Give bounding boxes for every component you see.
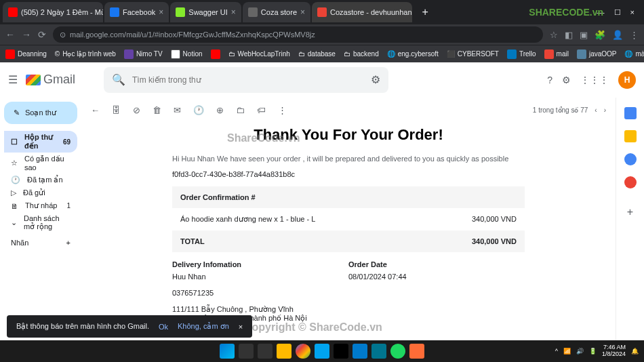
bookmark-folder[interactable]: 🗀backend bbox=[344, 50, 379, 58]
gmail-logo[interactable]: Gmail bbox=[26, 73, 75, 87]
add-label-button[interactable]: + bbox=[66, 239, 71, 247]
next-button[interactable]: › bbox=[604, 106, 606, 114]
close-icon[interactable]: × bbox=[239, 323, 243, 331]
label-icon[interactable]: 🏷 bbox=[257, 105, 266, 115]
tab-gmail[interactable]: Cozastore - devhuunhan@gm...× bbox=[312, 2, 412, 22]
start-button[interactable] bbox=[220, 344, 235, 359]
move-icon[interactable]: 🗀 bbox=[236, 105, 245, 115]
bookmark-item[interactable]: 🌐màu bbox=[624, 50, 644, 58]
addons-button[interactable]: + bbox=[627, 206, 633, 218]
menu-icon[interactable]: ☰ bbox=[8, 73, 18, 86]
tab-swagger[interactable]: Swagger UI× bbox=[170, 2, 241, 22]
extensions-button[interactable]: 🧩 bbox=[595, 30, 605, 40]
bookmark-item[interactable]: 🌐eng.cybersoft bbox=[387, 50, 439, 58]
reload-button[interactable]: ⟳ bbox=[38, 29, 46, 40]
store-icon bbox=[248, 7, 258, 17]
browser-titlebar: (505) 2 Ngày 1 Đêm - Mùa...🔇× Facebook× … bbox=[0, 0, 644, 24]
windows-taskbar: ^ 📶 🔊 🔋 7:46 AM 1/8/2024 🔔 bbox=[0, 340, 644, 362]
spam-icon[interactable]: ⊘ bbox=[133, 105, 140, 115]
bookmark-item[interactable]: Nimo TV bbox=[124, 49, 163, 59]
terminal-icon[interactable] bbox=[334, 344, 348, 359]
star-icon[interactable]: ☆ bbox=[550, 30, 558, 40]
bookmark-item[interactable]: Deanning bbox=[5, 49, 47, 59]
extension-icon[interactable]: ▣ bbox=[580, 30, 588, 40]
sidebar-starred[interactable]: ☆Có gắn dấu sao bbox=[4, 153, 77, 174]
snooze-icon[interactable]: 🕐 bbox=[193, 105, 204, 115]
bookmark-item[interactable]: mail bbox=[544, 49, 569, 59]
forward-button[interactable]: → bbox=[22, 29, 31, 40]
sidebar-drafts[interactable]: 🗎Thư nháp1 bbox=[4, 199, 77, 212]
more-icon[interactable]: ⋮ bbox=[278, 105, 287, 115]
addtask-icon[interactable]: ⊕ bbox=[216, 105, 224, 115]
order-item-row: Áo hoodie xanh dương new x 1 - blue - L … bbox=[172, 208, 525, 230]
system-tray[interactable]: ^ 📶 🔊 🔋 7:46 AM 1/8/2024 🔔 bbox=[555, 344, 639, 358]
sidebar-snoozed[interactable]: 🕐Đã tạm ẩn bbox=[4, 174, 77, 186]
close-icon[interactable]: × bbox=[300, 7, 305, 17]
new-tab-button[interactable]: + bbox=[416, 3, 434, 21]
keep-icon[interactable] bbox=[624, 130, 637, 142]
search-bar[interactable]: 🔍 ⚙ bbox=[104, 67, 388, 93]
prev-button[interactable]: ‹ bbox=[595, 106, 597, 114]
bookmark-folder[interactable]: 🗀database bbox=[298, 50, 336, 58]
volume-icon[interactable]: 🔊 bbox=[576, 348, 584, 355]
close-icon[interactable]: × bbox=[231, 7, 236, 17]
vscode-icon[interactable] bbox=[353, 344, 367, 359]
tab-youtube[interactable]: (505) 2 Ngày 1 Đêm - Mùa...🔇× bbox=[3, 2, 103, 22]
back-button[interactable]: ← bbox=[5, 29, 15, 40]
tab-facebook[interactable]: Facebook× bbox=[104, 2, 169, 22]
sidebar-inbox[interactable]: ☐Hộp thư đến69 bbox=[4, 131, 77, 153]
sidebar-more[interactable]: ⌄Danh sách mở rộng bbox=[4, 212, 77, 233]
help-icon[interactable]: ? bbox=[547, 75, 552, 85]
close-window-button[interactable]: × bbox=[630, 8, 635, 17]
clock-date: 1/8/2024 bbox=[602, 351, 626, 358]
sidebar-sent[interactable]: ▷Đã gửi bbox=[4, 186, 77, 199]
maximize-button[interactable]: ☐ bbox=[614, 8, 621, 17]
contacts-icon[interactable] bbox=[624, 176, 637, 188]
notification-text: Bật thông báo trên màn hình cho Gmail. bbox=[16, 322, 149, 331]
spotify-icon[interactable] bbox=[390, 344, 405, 359]
search-input[interactable] bbox=[132, 75, 364, 85]
bookmark-folder[interactable]: 🗀WebHocLapTrinh bbox=[228, 50, 290, 58]
settings-icon[interactable]: ⚙ bbox=[562, 75, 571, 85]
calendar-icon[interactable] bbox=[624, 107, 637, 119]
menu-button[interactable]: ⋮ bbox=[630, 30, 639, 40]
delete-icon[interactable]: 🗑 bbox=[153, 105, 161, 115]
profile-button[interactable]: 👤 bbox=[612, 30, 623, 40]
email-toolbar: ← 🗄 ⊘ 🗑 ✉ 🕐 ⊕ 🗀 🏷 ⋮ 1 trong tổng số 77 ‹… bbox=[81, 98, 616, 122]
delivery-header: Delivery Infomation Order Date bbox=[172, 260, 525, 268]
close-icon[interactable]: × bbox=[159, 7, 163, 17]
explorer-icon[interactable] bbox=[277, 344, 291, 359]
apps-icon[interactable]: ⋮⋮⋮ bbox=[580, 75, 609, 85]
postman-icon[interactable] bbox=[409, 344, 424, 359]
word-icon[interactable] bbox=[315, 344, 329, 359]
chrome-icon[interactable] bbox=[296, 344, 310, 359]
search-button[interactable] bbox=[239, 344, 254, 359]
tab-coza[interactable]: Coza store× bbox=[243, 2, 310, 22]
bookmark-item[interactable]: ©Học lập trình web bbox=[55, 50, 116, 58]
bookmark-item[interactable]: javaOOP bbox=[577, 49, 617, 59]
battery-icon[interactable]: 🔋 bbox=[589, 348, 597, 355]
bookmark-item[interactable]: ⬛CYBERSOFT bbox=[447, 50, 499, 58]
extension-icon[interactable]: ◧ bbox=[565, 30, 573, 40]
bookmark-item[interactable] bbox=[211, 49, 220, 59]
notification-toast: Bật thông báo trên màn hình cho Gmail. O… bbox=[7, 315, 252, 338]
tray-chevron-icon[interactable]: ^ bbox=[555, 348, 558, 355]
taskview-button[interactable] bbox=[258, 344, 273, 359]
search-icon: 🔍 bbox=[112, 73, 125, 86]
back-icon[interactable]: ← bbox=[91, 105, 100, 115]
wifi-icon[interactable]: 📶 bbox=[563, 348, 571, 355]
archive-icon[interactable]: 🗄 bbox=[112, 105, 121, 115]
bookmark-item[interactable]: Notion bbox=[171, 49, 203, 59]
delivery-phone-row: 0376571235 bbox=[172, 285, 525, 301]
tasks-icon[interactable] bbox=[624, 153, 637, 165]
compose-button[interactable]: ✎Soạn thư bbox=[4, 102, 77, 124]
notification-ok[interactable]: Ok bbox=[159, 323, 168, 331]
mysql-icon[interactable] bbox=[371, 344, 386, 359]
search-options-icon[interactable]: ⚙ bbox=[371, 73, 380, 86]
unread-icon[interactable]: ✉ bbox=[174, 105, 181, 115]
url-input[interactable]: ⊙ mail.google.com/mail/u/1/#inbox/FMfcgz… bbox=[53, 26, 543, 43]
notifications-icon[interactable]: 🔔 bbox=[631, 348, 639, 355]
bookmark-item[interactable]: Trello bbox=[507, 49, 536, 59]
account-avatar[interactable]: H bbox=[618, 71, 636, 89]
notification-dismiss[interactable]: Không, cảm ơn bbox=[178, 322, 229, 331]
